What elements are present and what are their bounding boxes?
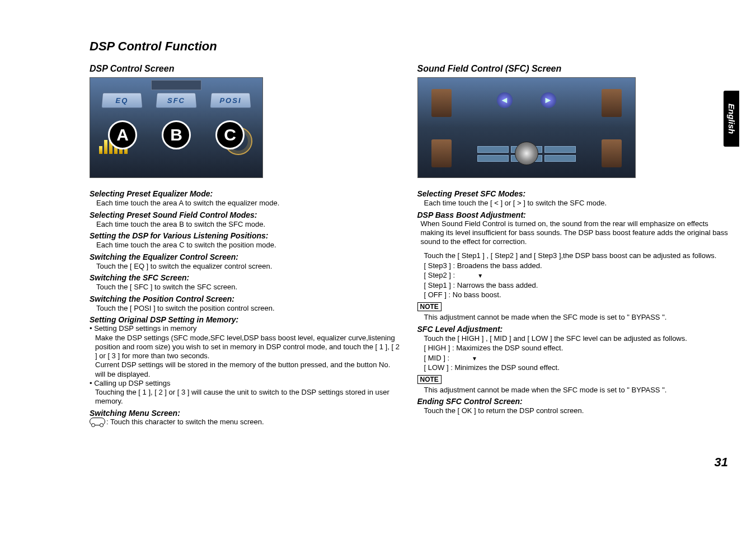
- page-title: DSP Control Function: [90, 39, 728, 54]
- memory-item-1: Setting DSP settings in memory Make the …: [90, 324, 401, 379]
- content-columns: DSP Control Screen EQ SFC POSI A B C Sel…: [90, 64, 728, 427]
- preset-eq-mode: Selecting Preset Equalizer Mode: Each ti…: [90, 189, 401, 208]
- posi-tab[interactable]: POSI: [210, 93, 251, 109]
- switching-menu-body: : Touch this character to switch the men…: [90, 418, 401, 427]
- subhead: Setting the DSP for Various Listening Po…: [90, 231, 401, 240]
- language-side-tab: English: [724, 91, 739, 147]
- area-b-label: B: [162, 120, 191, 149]
- subhead: Switching the SFC Screen:: [90, 273, 401, 282]
- sfc-high: [ HIGH ] : Maximizes the DSP sound effec…: [417, 343, 729, 353]
- dsp-control-screen-heading: DSP Control Screen: [90, 64, 401, 74]
- body: Touch the [ SFC ] to switch the SFC scre…: [90, 282, 401, 292]
- setting-memory-head: Setting Original DSP Setting in Memory:: [90, 315, 401, 324]
- memory-item-1-title: Setting DSP settings in memory: [94, 324, 196, 332]
- letter-overlays: A B C: [90, 120, 262, 149]
- sfc-low: [ LOW ] : Minimizes the DSP sound effect…: [417, 363, 729, 373]
- switching-menu-head: Switching Menu Screen:: [90, 409, 401, 418]
- sfc-tab[interactable]: SFC: [156, 93, 197, 109]
- bass-off: [ OFF ] : No bass boost.: [417, 290, 729, 300]
- note-1-body: This adjustment cannot be made when the …: [417, 312, 729, 322]
- pad: [544, 155, 576, 162]
- ending-sfc-head: Ending SFC Control Screen:: [417, 397, 729, 406]
- top-panel-deco: [151, 80, 201, 90]
- speaker-front-left-icon: [431, 89, 452, 117]
- pad: [477, 155, 509, 162]
- sfc-screenshot: ◄ ►: [417, 77, 636, 178]
- switch-sfc-screen: Switching the SFC Screen: Touch the [ SF…: [90, 273, 401, 292]
- subhead: Switching the Equalizer Control Screen:: [90, 252, 401, 261]
- pad: [544, 146, 576, 153]
- memory-item-1-body: Make the DSP settings (SFC mode,SFC leve…: [95, 334, 401, 379]
- memory-list: Setting DSP settings in memory Make the …: [90, 324, 401, 406]
- bass-boost-body1: Touch the [ Step1 ] , [ Step2 ] and [ St…: [417, 251, 729, 261]
- note-2-body: This adjustment cannot be made when the …: [417, 385, 729, 395]
- sfc-mid: [ MID ] :: [417, 353, 729, 363]
- next-arrow-icon[interactable]: ►: [541, 92, 556, 108]
- speaker-rear-left-icon: [431, 139, 452, 167]
- subhead: Selecting Preset Equalizer Mode:: [90, 189, 401, 198]
- ending-sfc-body: Touch the [ OK ] to return the DSP contr…: [417, 406, 729, 416]
- memory-item-2-body: Touching the [ 1 ], [ 2 ] or [ 3 ] will …: [95, 388, 401, 406]
- bass-boost-intro: When Sound Field Control is turned on, t…: [417, 219, 729, 247]
- tab-row: EQ SFC POSI: [90, 92, 262, 108]
- subhead: Selecting Preset Sound Field Control Mod…: [90, 210, 401, 219]
- speaker-front-right-icon: [602, 89, 622, 117]
- center-disc-icon: [515, 142, 538, 165]
- car-icon[interactable]: [90, 418, 105, 425]
- sfc-level-head: SFC Level Adjustment:: [417, 325, 729, 334]
- area-a-label: A: [108, 120, 137, 149]
- memory-item-2-title: Calling up DSP settings: [94, 379, 170, 387]
- body: Each time touch the area A to switch the…: [90, 198, 401, 208]
- bass-step1: [ Step1 ] : Narrows the bass added.: [417, 280, 729, 291]
- body: Each time touch the area B to switch the…: [90, 219, 401, 229]
- sfc-screen-heading: Sound Field Control (SFC) Screen: [417, 64, 729, 74]
- preset-sfc-head: Selecting Preset SFC Modes:: [417, 189, 729, 198]
- pad: [477, 146, 509, 153]
- note-label-1: NOTE: [417, 302, 442, 311]
- body: Touch the [ POSI ] to switch the positio…: [90, 303, 401, 313]
- right-column: Sound Field Control (SFC) Screen ◄ ► Sel…: [417, 64, 729, 427]
- bass-boost-head: DSP Bass Boost Adjustment:: [417, 210, 729, 219]
- page-number: 31: [715, 455, 728, 470]
- bass-step3: [ Step3 ] : Broadens the bass added.: [417, 261, 729, 271]
- dsp-control-screenshot: EQ SFC POSI A B C: [90, 77, 263, 178]
- note-label-2: NOTE: [417, 375, 442, 384]
- arrow-buttons: ◄ ►: [497, 92, 556, 108]
- switch-eq-screen: Switching the Equalizer Control Screen: …: [90, 252, 401, 271]
- preset-sfc-modes: Selecting Preset Sound Field Control Mod…: [90, 210, 401, 229]
- body: Touch the [ EQ ] to switch the equalizer…: [90, 261, 401, 271]
- switching-menu-text: : Touch this character to switch the men…: [106, 418, 264, 426]
- left-column: DSP Control Screen EQ SFC POSI A B C Sel…: [90, 64, 401, 427]
- sfc-level-body1: Touch the [ HIGH ] , [ MID ] and [ LOW ]…: [417, 334, 729, 344]
- switch-position-screen: Switching the Position Control Screen: T…: [90, 294, 401, 313]
- body: Each time touch the area C to switch the…: [90, 240, 401, 250]
- speaker-rear-right-icon: [602, 139, 622, 167]
- subhead: Switching the Position Control Screen:: [90, 294, 401, 303]
- preset-sfc-body: Each time touch the [ < ] or [ > ] to sw…: [417, 198, 729, 208]
- area-c-label: C: [215, 120, 245, 149]
- listening-positions: Setting the DSP for Various Listening Po…: [90, 231, 401, 250]
- eq-tab[interactable]: EQ: [101, 93, 142, 109]
- prev-arrow-icon[interactable]: ◄: [497, 92, 513, 108]
- bass-step2: [ Step2 ] :: [417, 270, 729, 280]
- memory-item-2: Calling up DSP settings Touching the [ 1…: [90, 379, 401, 406]
